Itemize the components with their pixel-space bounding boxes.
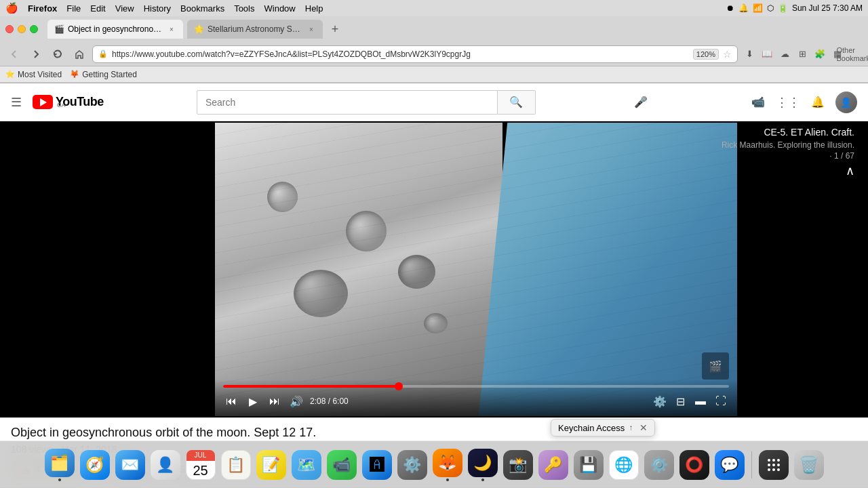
video-time: 2:08 / 6:00	[310, 396, 349, 406]
youtube-menu-icon[interactable]: ☰	[11, 95, 22, 110]
download-button[interactable]: ⬇	[742, 47, 757, 62]
volume-button[interactable]: 🔊	[288, 393, 304, 409]
fullscreen-button[interactable]: ⛶	[713, 393, 729, 409]
moon-texture-overlay	[215, 123, 737, 416]
dock-prefs2[interactable]: ⚙️	[643, 449, 675, 481]
youtube-search-input[interactable]	[197, 90, 498, 115]
svg-point-8	[768, 468, 770, 471]
dock-calendar[interactable]: JUL 25	[184, 449, 217, 481]
tab-youtube[interactable]: 🎬 Object in geosynchronous orbit... ×	[47, 20, 183, 39]
progress-bar[interactable]	[223, 385, 729, 388]
playlist-author: Rick Maarhuis. Exploring the illusion.	[722, 140, 854, 150]
dock-trash[interactable]: 🗑️	[793, 449, 825, 481]
new-tab-button[interactable]: +	[327, 21, 343, 37]
dock-obs[interactable]: ⭕	[678, 449, 711, 481]
dock-systemprefs[interactable]: ⚙️	[396, 449, 429, 481]
dock-finder[interactable]: 🗂️	[43, 449, 76, 481]
extensions-button[interactable]: 🧩	[812, 47, 827, 62]
forward-button[interactable]	[27, 45, 45, 63]
home-button[interactable]	[71, 45, 88, 63]
tab-close-youtube[interactable]: ×	[167, 24, 176, 34]
dock-maps[interactable]: 🗺️	[290, 449, 323, 481]
close-button[interactable]	[5, 25, 14, 33]
youtube-notifications-button[interactable]: 🔔	[806, 90, 830, 115]
menubar-file[interactable]: File	[66, 3, 81, 14]
youtube-create-button[interactable]: 📹	[746, 90, 770, 115]
menubar-view[interactable]: View	[115, 3, 134, 14]
dock-mail[interactable]: ✉️	[114, 449, 146, 481]
dock-keychain[interactable]: 🔑	[537, 449, 570, 481]
skip-forward-button[interactable]: ⏭	[267, 393, 283, 409]
menubar-bookmarks[interactable]: Bookmarks	[180, 3, 224, 14]
screenshot-icon: 📸	[503, 450, 533, 480]
menubar-edit[interactable]: Edit	[90, 3, 105, 14]
skip-back-button[interactable]: ⏮	[223, 393, 239, 409]
safari-icon: 🧭	[80, 450, 110, 480]
firefox-dot	[446, 479, 449, 481]
dock-firefox[interactable]: 🦊	[431, 449, 464, 481]
url-display: https://www.youtube.com/watch?v=eZZYFSeJ…	[112, 49, 689, 59]
video-player-area[interactable]: 🎬 ⏮ ▶ ⏭	[0, 121, 868, 418]
youtube-logo[interactable]: YouTube CA	[33, 95, 104, 109]
contacts-icon: 👤	[151, 450, 180, 480]
dock-reminders[interactable]: 📋	[220, 449, 252, 481]
most-visited-icon: ⭐	[5, 70, 15, 79]
svg-point-6	[772, 464, 775, 466]
youtube-avatar[interactable]: 👤	[835, 92, 857, 113]
youtube-header-right: 📹 ⋮⋮ 🔔 👤	[746, 90, 857, 115]
dock-appstore[interactable]: 🅰	[361, 449, 393, 481]
dock-notes[interactable]: 📝	[255, 449, 288, 481]
menubar-tools[interactable]: Tools	[234, 3, 254, 14]
svg-point-2	[768, 459, 770, 462]
apple-menu[interactable]: 🍎	[5, 2, 18, 14]
reload-button[interactable]	[49, 45, 66, 63]
menubar-right: ⏺ 🔔 📶 ⬡ 🔋 Sun Jul 25 7:30 AM	[726, 3, 863, 13]
other-bookmarks[interactable]: Other Bookmarks	[848, 47, 863, 62]
dock-zoom[interactable]: 💬	[713, 449, 746, 481]
play-button[interactable]: ▶	[245, 393, 261, 409]
keychain-close-icon[interactable]: ✕	[639, 422, 648, 433]
dock-contacts[interactable]: 👤	[149, 449, 182, 481]
minimize-button[interactable]	[18, 25, 26, 33]
video-sidebar-right: CE-5. ET Alien. Craft. Rick Maarhuis. Ex…	[737, 262, 868, 278]
menubar-window[interactable]: Window	[264, 3, 296, 14]
keychain-tooltip: Keychain Access ↑ ✕	[551, 419, 655, 436]
tab-close-stellarium[interactable]: ×	[307, 24, 316, 34]
dock-facetime[interactable]: 📹	[326, 449, 358, 481]
grid-button[interactable]: ⊞	[795, 47, 810, 62]
finder-icon: 🗂️	[45, 449, 75, 477]
theater-button[interactable]: ▬	[692, 393, 709, 409]
youtube-header: ☰ YouTube CA 🔍 🎤 📹 ⋮⋮ 🔔 👤	[0, 83, 868, 121]
menubar-status-icons: ⏺ 🔔 📶 ⬡ 🔋 Sun Jul 25 7:30 AM	[726, 3, 863, 13]
dock-chrome[interactable]: 🌐	[608, 449, 640, 481]
youtube-apps-button[interactable]: ⋮⋮	[776, 90, 800, 115]
menubar-app-name[interactable]: Firefox	[28, 3, 57, 14]
bookmark-most-visited[interactable]: ⭐ Most Visited	[5, 70, 62, 79]
youtube-search-button[interactable]: 🔍	[498, 90, 536, 115]
back-button[interactable]	[5, 45, 23, 63]
youtube-mic-button[interactable]: 🎤	[629, 90, 653, 115]
dock-stellarium[interactable]: 🌙	[467, 449, 499, 481]
dock-screenshot[interactable]: 📸	[502, 449, 534, 481]
tab-favicon-stellarium: 🌟	[194, 24, 203, 34]
settings-button[interactable]: ⚙️	[652, 393, 668, 409]
wifi-icon: 📶	[753, 3, 763, 13]
bookmark-getting-started[interactable]: 🦊 Getting Started	[70, 70, 137, 79]
dock-launchpad[interactable]	[757, 449, 790, 481]
address-bar[interactable]: 🔒 https://www.youtube.com/watch?v=eZZYFS…	[92, 45, 738, 63]
facetime-icon: 📹	[327, 450, 357, 480]
playlist-collapse-button[interactable]: ∧	[722, 163, 854, 178]
menubar-help[interactable]: Help	[305, 3, 323, 14]
fullscreen-button[interactable]	[30, 25, 38, 33]
dock-safari[interactable]: 🧭	[79, 449, 111, 481]
miniplayer-button[interactable]: ⊟	[672, 393, 688, 409]
progress-thumb[interactable]	[395, 382, 403, 390]
tab-stellarium[interactable]: 🌟 Stellarium Astronomy Software ×	[187, 20, 323, 39]
youtube-search-container: 🔍	[197, 90, 536, 115]
reading-mode-button[interactable]: 📖	[760, 47, 774, 62]
bookmark-star-icon[interactable]: ☆	[723, 49, 732, 60]
sync-button[interactable]: ☁	[777, 47, 792, 62]
menubar-history[interactable]: History	[144, 3, 171, 14]
video-frame[interactable]: 🎬	[215, 123, 737, 416]
dock-disk-utility[interactable]: 💾	[572, 449, 605, 481]
